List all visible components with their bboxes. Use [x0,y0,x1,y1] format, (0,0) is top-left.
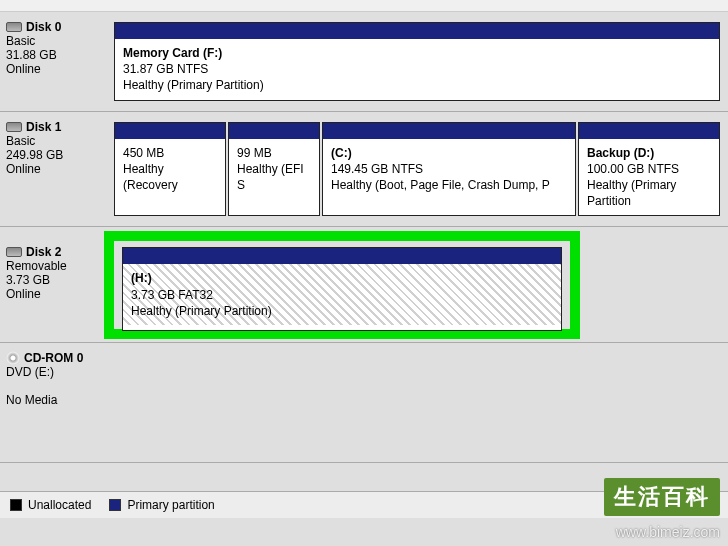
disk0-info: Disk 0 Basic 31.88 GB Online [0,12,110,111]
p2-label: (C:) [331,145,567,161]
legend-primary: Primary partition [109,498,214,512]
disk-icon [6,247,22,257]
watermark-badge: 生活百科 [604,478,720,516]
disk-row-cdrom[interactable]: CD-ROM 0 DVD (E:) No Media [0,343,728,463]
disk2-highlight-box: (H:) 3.73 GB FAT32 Healthy (Primary Part… [104,231,580,339]
partition-f[interactable]: Memory Card (F:) 31.87 GB NTFS Healthy (… [114,22,720,101]
disk1-size: 249.98 GB [6,148,104,162]
disk0-size: 31.88 GB [6,48,104,62]
disk-icon [6,22,22,32]
p1-health: Healthy (EFI S [237,161,311,193]
partition-header [229,123,319,139]
p3-health: Healthy (Primary Partition [587,177,711,209]
partition-h[interactable]: (H:) 3.73 GB FAT32 Healthy (Primary Part… [122,247,562,331]
cdrom-info: CD-ROM 0 DVD (E:) No Media [0,343,110,462]
p1-fs: 99 MB [237,145,311,161]
disk0-status: Online [6,62,104,76]
disk-row-1[interactable]: Disk 1 Basic 249.98 GB Online 450 MB Hea… [0,112,728,228]
legend-primary-label: Primary partition [127,498,214,512]
cdrom-name: CD-ROM 0 [24,351,83,365]
disk1-status: Online [6,162,104,176]
swatch-primary-icon [109,499,121,511]
disk1-type: Basic [6,134,104,148]
disk-icon [6,122,22,132]
part-f-health: Healthy (Primary Partition) [123,77,711,93]
partition-header [115,123,225,139]
cd-icon [6,351,20,365]
disk2-type: Removable [6,259,104,273]
disk1-info: Disk 1 Basic 249.98 GB Online [0,112,110,227]
part-h-fs: 3.73 GB FAT32 [131,287,553,303]
p0-health: Healthy (Recovery [123,161,217,193]
partition-header [323,123,575,139]
disk2-status: Online [6,287,104,301]
p2-health: Healthy (Boot, Page File, Crash Dump, P [331,177,567,193]
disk1-name: Disk 1 [26,120,61,134]
legend-unallocated: Unallocated [10,498,91,512]
disk0-type: Basic [6,34,104,48]
part-f-label: Memory Card (F:) [123,45,711,61]
partition-header [115,23,719,39]
p2-fs: 149.45 GB NTFS [331,161,567,177]
disk2-info: Disk 2 Removable 3.73 GB Online [0,227,110,342]
disk0-partitions: Memory Card (F:) 31.87 GB NTFS Healthy (… [110,12,728,111]
disk-row-0[interactable]: Disk 0 Basic 31.88 GB Online Memory Card… [0,12,728,112]
partition-efi[interactable]: 99 MB Healthy (EFI S [228,122,320,217]
cdrom-partitions [110,343,728,462]
part-h-label: (H:) [131,270,553,286]
partition-c[interactable]: (C:) 149.45 GB NTFS Healthy (Boot, Page … [322,122,576,217]
disk2-name: Disk 2 [26,245,61,259]
disk2-size: 3.73 GB [6,273,104,287]
partition-d[interactable]: Backup (D:) 100.00 GB NTFS Healthy (Prim… [578,122,720,217]
p0-fs: 450 MB [123,145,217,161]
partition-header [123,248,561,264]
disk1-partitions: 450 MB Healthy (Recovery 99 MB Healthy (… [110,112,728,227]
partition-header [579,123,719,139]
swatch-unallocated-icon [10,499,22,511]
part-f-fs: 31.87 GB NTFS [123,61,711,77]
partition-recovery[interactable]: 450 MB Healthy (Recovery [114,122,226,217]
part-h-health: Healthy (Primary Partition) [131,303,553,319]
disk0-name: Disk 0 [26,20,61,34]
p3-fs: 100.00 GB NTFS [587,161,711,177]
cdrom-type: DVD (E:) [6,365,104,379]
p3-label: Backup (D:) [587,145,711,161]
disk-row-2[interactable]: Disk 2 Removable 3.73 GB Online (H:) 3.7… [0,227,728,343]
watermark-url: www.bimeiz.com [616,524,720,540]
cdrom-status: No Media [6,393,104,407]
toolbar-spacer [0,0,728,12]
legend-unallocated-label: Unallocated [28,498,91,512]
